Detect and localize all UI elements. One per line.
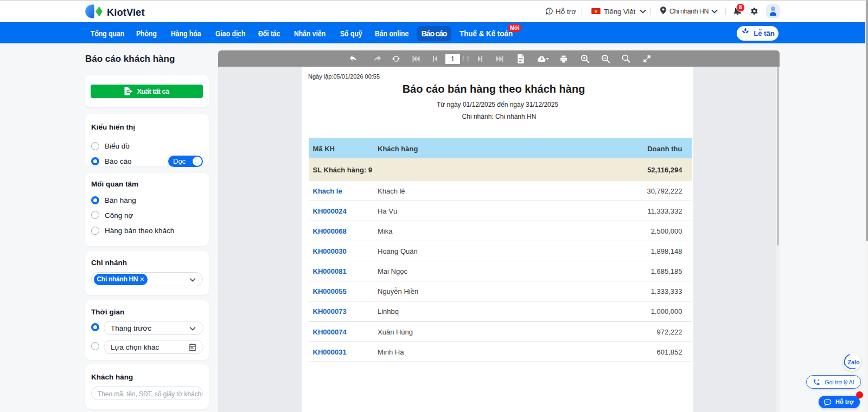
svg-text:Zalo: Zalo — [847, 359, 860, 365]
svg-text:KiotViet: KiotViet — [107, 7, 145, 18]
